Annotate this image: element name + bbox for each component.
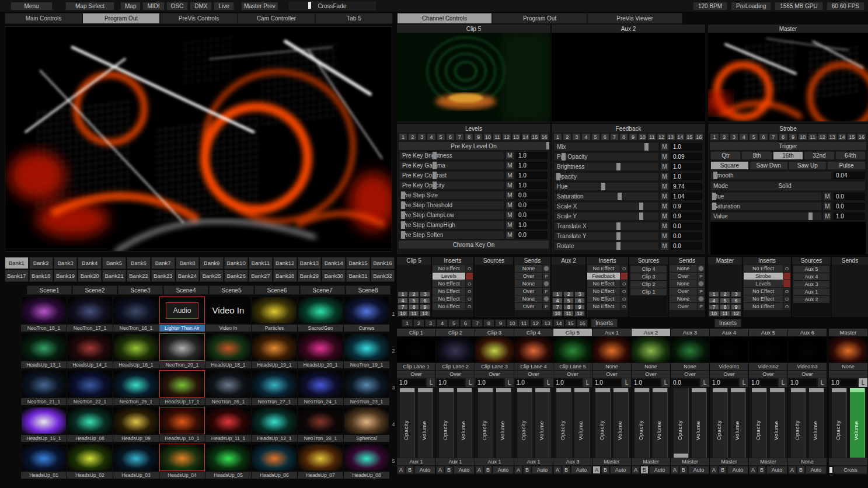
insert-effect-button[interactable]: Feedback bbox=[587, 273, 620, 280]
ab-button-a[interactable]: A bbox=[397, 466, 405, 474]
cue-button-8[interactable]: 8 bbox=[720, 304, 730, 310]
param-value[interactable]: 0.0 bbox=[515, 211, 548, 219]
m-button[interactable]: M bbox=[660, 222, 669, 231]
cue-button-12[interactable]: 12 bbox=[574, 311, 585, 316]
clip-cell[interactable]: NeoTron_17_1 bbox=[67, 297, 113, 332]
param-value[interactable]: 0.0 bbox=[833, 192, 866, 201]
menubar-toggle-midi[interactable]: MIDI bbox=[142, 2, 164, 11]
menubar-toggle-map[interactable]: Map bbox=[120, 2, 141, 11]
pre-key-level-toggle[interactable]: Pre Key Level On bbox=[399, 142, 549, 150]
bank-button-bank18[interactable]: Bank18 bbox=[29, 270, 53, 282]
bank-button-bank30[interactable]: Bank30 bbox=[322, 270, 346, 282]
clip-thumb[interactable] bbox=[67, 333, 113, 361]
strobe-numbers-btn-15[interactable]: 15 bbox=[847, 133, 856, 141]
rate-button-32nd[interactable]: 32nd bbox=[804, 151, 834, 160]
opacity-fader[interactable]: Opacity bbox=[595, 388, 611, 458]
cue-button-7[interactable]: 7 bbox=[398, 304, 408, 310]
insert-on-button[interactable]: O bbox=[783, 295, 790, 302]
lane-select[interactable]: None bbox=[671, 363, 709, 370]
clip-cell[interactable]: NeoTron_25_1 bbox=[113, 370, 159, 405]
ab-button-auto[interactable]: Auto bbox=[688, 466, 709, 474]
feedback-numbers-btn-4[interactable]: 4 bbox=[581, 133, 590, 141]
param-slider[interactable]: Pre Step ClampHigh bbox=[399, 221, 504, 229]
feedback-numbers-btn-7[interactable]: 7 bbox=[610, 133, 619, 141]
shape-button-saw-dwn[interactable]: Saw Dwn bbox=[750, 161, 788, 170]
fader-handle[interactable] bbox=[832, 388, 846, 392]
clip-thumb[interactable] bbox=[67, 407, 113, 434]
cross-handle[interactable] bbox=[829, 467, 832, 473]
channel-select-button-14[interactable]: 14 bbox=[553, 319, 564, 327]
tab-previs-viewer[interactable]: PreVis Viewer bbox=[587, 13, 682, 24]
bank-button-bank6[interactable]: Bank6 bbox=[127, 257, 151, 269]
m-button[interactable]: M bbox=[660, 232, 669, 240]
ab-button-auto[interactable]: Auto bbox=[493, 466, 514, 474]
clip-thumb[interactable]: Video In bbox=[205, 297, 251, 324]
param-slider[interactable]: Pre Step ClampLow bbox=[399, 211, 504, 219]
channel-select-button-8[interactable]: 8 bbox=[483, 319, 494, 327]
insert-on-button[interactable]: O bbox=[783, 303, 790, 310]
send-p-button[interactable]: P bbox=[543, 273, 550, 280]
ab-button-b[interactable]: B bbox=[797, 466, 805, 474]
fader-handle[interactable] bbox=[595, 388, 610, 392]
insert-on-button[interactable]: O bbox=[466, 288, 473, 295]
clip-thumb[interactable] bbox=[252, 407, 297, 434]
scene-tab-scene8[interactable]: Scene8 bbox=[346, 285, 391, 295]
scene-tab-scene1[interactable]: Scene1 bbox=[27, 285, 72, 295]
ab-button-a[interactable]: A bbox=[592, 466, 601, 474]
bank-button-bank10[interactable]: Bank10 bbox=[224, 257, 248, 269]
ab-button-a[interactable]: A bbox=[710, 466, 718, 474]
fader-handle[interactable] bbox=[535, 388, 550, 392]
target-select[interactable]: Master bbox=[710, 458, 748, 465]
channel-header[interactable]: Aux 6 bbox=[788, 329, 827, 336]
lane-select[interactable]: VideoIn3 bbox=[788, 363, 827, 370]
insert-on-button[interactable]: O bbox=[466, 295, 473, 302]
send-target-button[interactable]: Over bbox=[515, 288, 542, 295]
latch-button[interactable]: L bbox=[544, 378, 553, 387]
clip-thumb[interactable] bbox=[252, 444, 297, 471]
crossfade-control[interactable]: CrossFade bbox=[288, 1, 377, 11]
cue-button-5[interactable]: 5 bbox=[409, 298, 419, 304]
insert-effect-button[interactable]: No Effect bbox=[744, 288, 783, 295]
clip-thumb[interactable] bbox=[113, 370, 159, 398]
slider-handle[interactable] bbox=[562, 153, 566, 161]
param-value[interactable]: 0.9 bbox=[670, 202, 703, 211]
volume-fader[interactable]: Volume bbox=[418, 388, 433, 458]
clip-cell[interactable]: HeadsUp_15_1 bbox=[21, 407, 67, 442]
clip-cell[interactable]: HeadsUp_09 bbox=[113, 407, 159, 442]
opacity-fader[interactable]: Opacity bbox=[635, 388, 650, 458]
clip-cell[interactable]: HeadsUp_10_1 bbox=[159, 407, 205, 442]
levels-scrollbar[interactable] bbox=[546, 142, 549, 149]
clip-cell[interactable]: SacredGeo bbox=[298, 297, 343, 332]
strobe-numbers-btn-3[interactable]: 3 bbox=[730, 133, 739, 141]
levels-numbers-btn-11[interactable]: 11 bbox=[493, 133, 501, 141]
m-button[interactable]: M bbox=[506, 161, 514, 170]
volume-fader[interactable]: Volume bbox=[731, 388, 746, 458]
channel-select-button-7[interactable]: 7 bbox=[472, 319, 483, 327]
smooth-slider[interactable]: Smooth bbox=[710, 171, 832, 180]
channel-select-button-5[interactable]: 5 bbox=[448, 319, 459, 327]
send-target-button[interactable]: None bbox=[670, 265, 697, 272]
cue-button-2[interactable]: 2 bbox=[409, 291, 419, 297]
send-target-button[interactable]: None bbox=[670, 295, 697, 302]
tab-main-controls[interactable]: Main Controls bbox=[5, 13, 82, 24]
volume-fader[interactable]: Volume bbox=[496, 388, 511, 458]
bank-button-bank8[interactable]: Bank8 bbox=[176, 257, 200, 269]
param-value[interactable]: 0.09 bbox=[670, 152, 703, 161]
cue-button-1[interactable]: 1 bbox=[398, 291, 408, 297]
cue-button-2[interactable]: 2 bbox=[563, 291, 574, 297]
clip-cell[interactable]: HeadsUp_05 bbox=[205, 444, 251, 479]
send-target-button[interactable]: Over bbox=[670, 303, 697, 310]
cue-button-4[interactable]: 4 bbox=[552, 298, 563, 304]
tab-cam-controller[interactable]: Cam Controller bbox=[238, 13, 315, 24]
clip-cell[interactable]: NeoTron_16_1 bbox=[113, 297, 159, 332]
slider-handle[interactable] bbox=[556, 173, 560, 180]
param-slider[interactable]: Rotate bbox=[554, 242, 659, 250]
shape-button-square[interactable]: Square bbox=[710, 161, 749, 170]
slider-handle[interactable] bbox=[616, 222, 621, 230]
lane-select[interactable]: Clip Lane 2 bbox=[436, 363, 475, 370]
insert-on-button[interactable]: O bbox=[621, 303, 628, 310]
insert-effect-button[interactable]: No Effect bbox=[744, 265, 783, 272]
param-slider[interactable]: Pre Key Gamma bbox=[399, 161, 504, 170]
send-dial-icon[interactable] bbox=[698, 280, 705, 287]
ab-button-a[interactable]: A bbox=[788, 466, 796, 474]
